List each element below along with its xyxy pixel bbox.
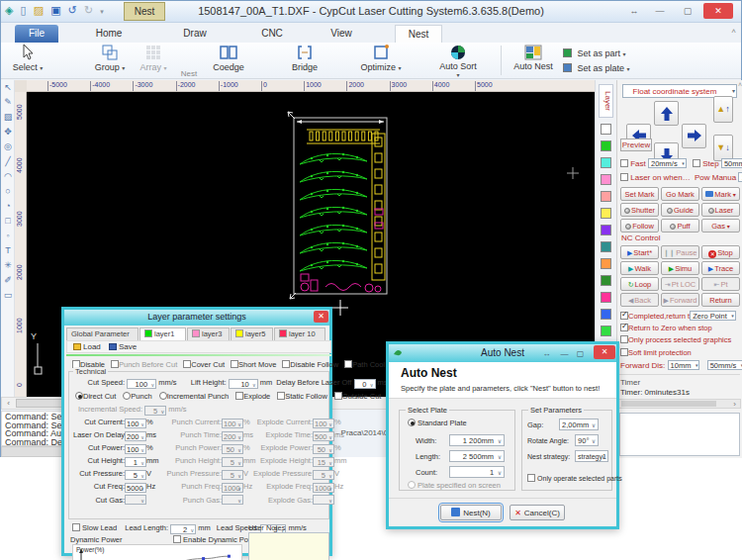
option-checkbox[interactable]	[620, 312, 628, 320]
set-as-part-button[interactable]: Set as part ▾	[563, 47, 626, 60]
optimize-button[interactable]: Optimize ▾	[359, 44, 403, 72]
mode-0[interactable]: Direct Cut	[75, 392, 116, 401]
scroll-left-icon[interactable]: ‹	[2, 398, 15, 409]
layer-color-swatch[interactable]	[601, 124, 611, 135]
measure-tool-icon[interactable]: ✐	[1, 273, 15, 288]
coedge-button[interactable]: Coedge	[207, 44, 250, 72]
layer-check-2[interactable]: Cover Cut	[183, 360, 225, 369]
layer-tab-2[interactable]: layer3	[187, 327, 230, 340]
nest-strategy-combo[interactable]: strategy1	[575, 450, 608, 462]
option-row[interactable]: Only process selected graphics	[620, 335, 731, 344]
enable-dynamic-checkbox[interactable]	[173, 535, 181, 543]
skin-button[interactable]: ↔	[624, 3, 644, 19]
nest-button[interactable]: Nest(N)	[440, 505, 502, 520]
mode-4[interactable]: Static Follow	[277, 392, 327, 401]
cancel-button[interactable]: ✕Cancel(C)	[510, 505, 565, 520]
plate-width-combo[interactable]: 1 200mm	[449, 434, 505, 446]
layer-color-swatch[interactable]	[601, 258, 611, 269]
layer-color-swatch[interactable]	[601, 326, 611, 336]
delay-combo[interactable]: 0	[354, 379, 376, 389]
rotate-angle-combo[interactable]: 90°	[575, 434, 599, 446]
stop-button[interactable]: ✕Stop	[701, 245, 740, 259]
nest-close-button[interactable]: ✕	[594, 345, 615, 359]
layer-color-swatch[interactable]	[601, 309, 611, 320]
tab-home[interactable]: Home	[86, 25, 132, 43]
forward-speed-combo[interactable]: 50mm/s	[707, 360, 742, 370]
radio-icon[interactable]	[408, 419, 416, 426]
tab-file[interactable]: File	[15, 25, 58, 43]
return-zero-button[interactable]: Return Zero	[701, 293, 740, 307]
layer-color-swatch[interactable]	[601, 275, 611, 286]
cut-param-combo[interactable]: 5	[125, 470, 146, 480]
simu-button[interactable]: ▶Simu	[661, 261, 699, 275]
plate-tool-icon[interactable]: ▭	[1, 288, 15, 303]
layer-option-checkbox[interactable]	[183, 360, 191, 368]
layer-color-swatch[interactable]	[601, 174, 611, 185]
pan-tool-icon[interactable]: ✥	[1, 125, 15, 140]
mode-checkbox[interactable]	[235, 392, 243, 400]
layer-color-swatch[interactable]	[601, 225, 611, 235]
layer-check-5[interactable]: Path Cool	[344, 360, 385, 369]
auto-nest-titlebar[interactable]: Auto Nest ↔ — ▢ ✕	[389, 344, 616, 362]
select-tool-icon[interactable]: ↖	[1, 80, 15, 95]
lead-length-combo[interactable]: 2	[170, 524, 196, 534]
cut-param-combo[interactable]: 100	[125, 419, 146, 428]
layer-color-swatch[interactable]	[601, 292, 611, 303]
nest-minimize-button[interactable]: —	[558, 345, 571, 362]
cut-param-combo[interactable]	[125, 495, 146, 505]
start--button[interactable]: ▶Start*	[620, 245, 659, 259]
set-mark-button[interactable]: Set Mark	[620, 187, 659, 201]
tab-view[interactable]: View	[320, 25, 363, 43]
mode-1[interactable]: Punch	[123, 392, 151, 401]
option-row[interactable]: Completed,return tZero Point	[620, 311, 736, 321]
layer-color-swatch[interactable]	[601, 241, 611, 252]
laser-button[interactable]: Laser	[701, 203, 740, 217]
puff-button[interactable]: Puff	[661, 219, 699, 233]
fast-checkbox[interactable]	[620, 159, 628, 167]
mode-2[interactable]: Incremental Punch	[159, 392, 230, 401]
arc3-tool-icon[interactable]: ◔	[1, 199, 15, 214]
rect-tool-icon[interactable]: □	[1, 214, 15, 229]
arc-tool-icon[interactable]: ◠	[1, 169, 15, 184]
line-tool-icon[interactable]: ╱	[1, 154, 15, 169]
layer-check-4[interactable]: Disable Follow	[282, 360, 338, 369]
text-tool-icon[interactable]: T	[1, 243, 15, 258]
nest-skin-button[interactable]: ↔	[540, 345, 553, 362]
nozzle-up-button[interactable]: ▲↑	[713, 96, 733, 123]
option-checkbox[interactable]	[620, 348, 628, 356]
auto-sort-button[interactable]: Auto Sort ▾	[438, 44, 478, 79]
node-edit-tool-icon[interactable]: ✎	[1, 95, 15, 110]
group-button[interactable]: Group ▾	[92, 44, 128, 72]
mode-radio[interactable]	[159, 392, 167, 400]
jog-up-button[interactable]	[654, 101, 679, 126]
loop-button[interactable]: ↻Loop	[620, 277, 659, 291]
auto-nest-button[interactable]: Auto Nest	[513, 44, 553, 70]
gas-button[interactable]: Gas ▾	[701, 219, 740, 233]
follow-button[interactable]: Follow	[620, 219, 659, 233]
tab-nest[interactable]: Nest	[395, 25, 442, 43]
cut-param-combo[interactable]: 200	[125, 431, 146, 441]
option-row[interactable]: Return to Zero when stop	[620, 324, 712, 332]
tab-cnc[interactable]: CNC	[252, 25, 292, 43]
forward-dis-combo[interactable]: 10mm	[668, 360, 700, 370]
layer-option-checkbox[interactable]	[344, 360, 352, 368]
layer-color-swatch[interactable]	[601, 208, 611, 219]
layer-check-3[interactable]: Short Move	[231, 360, 276, 369]
set-as-plate-button[interactable]: Set as plate ▾	[563, 61, 630, 75]
step-combo[interactable]: 50mm	[721, 158, 742, 168]
option-checkbox[interactable]	[620, 335, 628, 343]
layer-tab-1[interactable]: layer1	[139, 327, 186, 340]
load-button[interactable]: Load	[73, 342, 101, 351]
only-selected-checkbox[interactable]	[527, 474, 535, 482]
mark-button[interactable]: Mark ▾	[701, 187, 740, 201]
power-combo[interactable]: 100%	[738, 172, 742, 182]
gap-combo[interactable]: 2,00mm	[559, 419, 599, 430]
cut-param-combo[interactable]: 100	[125, 444, 146, 454]
bridge-button[interactable]: Bridge	[286, 44, 324, 72]
layer-color-swatch[interactable]	[601, 157, 611, 168]
mode-3[interactable]: Explode	[235, 392, 270, 401]
lift-height-combo[interactable]: 10	[229, 379, 258, 389]
tab-draw[interactable]: Draw	[173, 25, 217, 43]
star-tool-icon[interactable]: ✳	[1, 258, 15, 273]
nest-maximize-button[interactable]: ▢	[574, 345, 587, 362]
